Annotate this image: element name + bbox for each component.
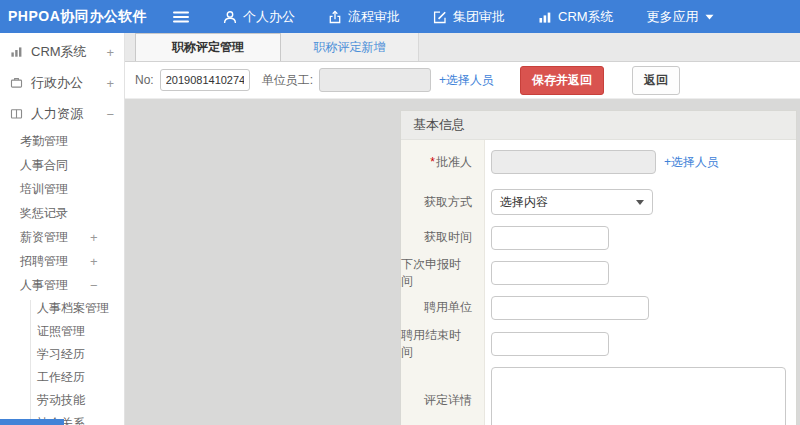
top-navigation: 个人办公 流程审批 集团审批 CRM系统 更多应用 <box>190 8 714 26</box>
nav-label: 更多应用 <box>647 8 699 26</box>
sidebar-item-crm[interactable]: CRM系统 + <box>0 36 124 67</box>
select-person-link[interactable]: +选择人员 <box>664 154 719 171</box>
expand-icon[interactable]: − <box>90 278 98 293</box>
field-label: 评定详情 <box>401 362 485 425</box>
content-area: 基本信息 * 批准人 +选择人员 获取方式 选择内容 <box>125 99 800 425</box>
sidebar-item-certificates[interactable]: 证照管理 <box>0 320 124 343</box>
toolbar: No: 单位员工: +选择人员 保存并返回 返回 <box>125 62 800 99</box>
sidebar-item-education[interactable]: 学习经历 <box>0 343 124 366</box>
sidebar-item-label: 考勤管理 <box>20 133 68 150</box>
sidebar-item-attendance[interactable]: 考勤管理 <box>0 129 124 153</box>
back-button[interactable]: 返回 <box>632 66 680 95</box>
nav-label: 流程审批 <box>348 8 400 26</box>
sidebar-item-rewards[interactable]: 奖惩记录 <box>0 201 124 225</box>
topbar: PHPOA协同办公软件 个人办公 流程审批 集团审批 <box>0 0 800 33</box>
employee-input[interactable] <box>319 68 431 92</box>
sidebar-item-training[interactable]: 培训管理 <box>0 177 124 201</box>
sidebar-item-admin-office[interactable]: 行政办公 + <box>0 67 124 98</box>
no-label: No: <box>135 73 154 87</box>
field-label: 下次申报时间 <box>401 255 485 290</box>
nav-label: CRM系统 <box>558 8 614 26</box>
app-logo: PHPOA协同办公软件 <box>8 8 160 26</box>
form-row-employ-unit: 聘用单位 <box>401 290 796 325</box>
tab-title-eval-new[interactable]: 职称评定新增 <box>281 33 419 61</box>
briefcase-icon <box>10 76 23 89</box>
sidebar-item-label: 奖惩记录 <box>20 205 68 222</box>
field-label: 获取方式 <box>401 184 485 220</box>
expand-icon[interactable]: + <box>90 230 98 245</box>
bar-chart-icon <box>10 45 23 58</box>
sidebar-item-label: 培训管理 <box>20 181 68 198</box>
acquire-time-input[interactable] <box>491 226 609 250</box>
form-row-employ-end-time: 聘用结束时间 <box>401 325 796 362</box>
sidebar-item-hr-contract[interactable]: 人事合同 <box>0 153 124 177</box>
select-value: 选择内容 <box>500 194 548 211</box>
sidebar-item-work-history[interactable]: 工作经历 <box>0 366 124 389</box>
field-label: 获取时间 <box>401 220 485 255</box>
sidebar-item-labor-skills[interactable]: 劳动技能 <box>0 389 124 412</box>
sidebar-item-label: 行政办公 <box>31 74 83 92</box>
nav-more-apps[interactable]: 更多应用 <box>647 8 714 26</box>
sidebar-item-recruit[interactable]: 招聘管理+ <box>0 249 124 273</box>
form-panel: 基本信息 * 批准人 +选择人员 获取方式 选择内容 <box>400 110 797 425</box>
form-row-approver: * 批准人 +选择人员 <box>401 140 796 184</box>
app-window: PHPOA协同办公软件 个人办公 流程审批 集团审批 <box>0 0 800 425</box>
sidebar-item-hr[interactable]: 人力资源 − <box>0 98 124 129</box>
expand-icon[interactable]: + <box>106 44 114 59</box>
sidebar-item-label: 招聘管理 <box>20 253 68 270</box>
sidebar: CRM系统 + 行政办公 + 人力资源 − 考勤管理 人事合同 培训管理 奖惩记… <box>0 33 125 425</box>
tab-bar: 职称评定管理 职称评定新增 <box>125 33 800 62</box>
sidebar-item-label: 人事档案管理 <box>37 300 109 317</box>
form-row-acquire-method: 获取方式 选择内容 <box>401 184 796 220</box>
send-icon <box>328 10 342 24</box>
required-marker: * <box>430 155 435 169</box>
sidebar-item-label: 薪资管理 <box>20 229 68 246</box>
employee-label: 单位员工: <box>262 72 313 89</box>
caret-down-icon <box>705 14 714 20</box>
nav-label: 集团审批 <box>453 8 505 26</box>
sidebar-footer-partial <box>0 419 64 425</box>
sidebar-item-label: CRM系统 <box>31 43 87 61</box>
employ-end-time-input[interactable] <box>491 332 609 356</box>
field-label: 聘用单位 <box>401 290 485 325</box>
sidebar-item-personnel[interactable]: 人事管理− <box>0 273 124 297</box>
main-area: 职称评定管理 职称评定新增 No: 单位员工: +选择人员 保存并返回 返回 基… <box>125 33 800 425</box>
bar-chart-icon <box>538 10 552 24</box>
expand-icon[interactable]: + <box>106 75 114 90</box>
eval-detail-textarea[interactable] <box>491 367 786 425</box>
tab-title-eval-management[interactable]: 职称评定管理 <box>135 33 281 61</box>
user-icon <box>223 10 237 24</box>
nav-personal-office[interactable]: 个人办公 <box>223 8 295 26</box>
approver-input[interactable] <box>491 150 656 174</box>
nav-label: 个人办公 <box>243 8 295 26</box>
book-icon <box>10 107 23 120</box>
no-input[interactable] <box>160 69 250 91</box>
hamburger-menu-icon[interactable] <box>172 10 190 24</box>
sidebar-item-label: 人力资源 <box>31 105 83 123</box>
section-title: 基本信息 <box>401 111 796 140</box>
employ-unit-input[interactable] <box>491 296 649 320</box>
select-person-link[interactable]: +选择人员 <box>439 72 494 89</box>
nav-crm-system[interactable]: CRM系统 <box>538 8 614 26</box>
sidebar-item-label: 证照管理 <box>37 323 85 340</box>
save-and-return-button[interactable]: 保存并返回 <box>520 66 604 95</box>
expand-icon[interactable]: + <box>90 254 98 269</box>
acquire-method-select[interactable]: 选择内容 <box>491 189 653 215</box>
nav-process-approval[interactable]: 流程审批 <box>328 8 400 26</box>
sidebar-item-salary[interactable]: 薪资管理+ <box>0 225 124 249</box>
sidebar-item-personnel-files[interactable]: 人事档案管理 <box>0 297 124 320</box>
field-label: 聘用结束时间 <box>401 325 485 362</box>
expand-icon[interactable]: − <box>106 106 114 121</box>
sidebar-item-label: 学习经历 <box>37 346 85 363</box>
sidebar-item-label: 劳动技能 <box>37 392 85 409</box>
next-apply-time-input[interactable] <box>491 261 609 285</box>
form-row-next-apply-time: 下次申报时间 <box>401 255 796 290</box>
sidebar-item-label: 工作经历 <box>37 369 85 386</box>
edit-icon <box>433 10 447 24</box>
sidebar-item-label: 人事管理 <box>20 277 68 294</box>
form-row-acquire-time: 获取时间 <box>401 220 796 255</box>
field-label: * 批准人 <box>401 140 485 184</box>
form-row-eval-detail: 评定详情 <box>401 362 796 425</box>
caret-down-icon <box>636 200 644 205</box>
nav-group-approval[interactable]: 集团审批 <box>433 8 505 26</box>
